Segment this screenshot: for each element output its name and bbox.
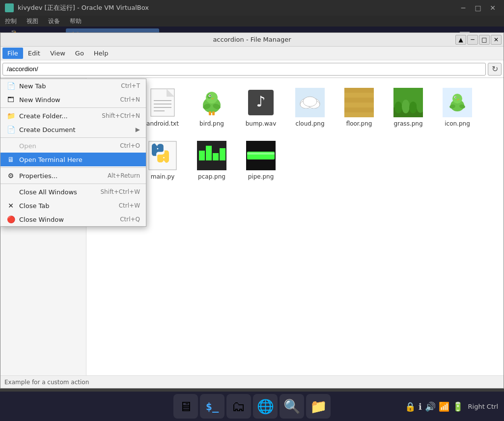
- fm-close-btn[interactable]: ✕: [491, 35, 502, 45]
- terminal-icon: $_: [206, 400, 219, 413]
- svg-point-12: [209, 95, 210, 96]
- dropdown-create-document[interactable]: 📄 Create Document ▶: [0, 123, 146, 136]
- file-item-grass-png[interactable]: grass.png: [386, 83, 430, 131]
- dropdown-new-tab-shortcut: Ctrl+T: [121, 82, 140, 89]
- menu-go[interactable]: Go: [70, 48, 89, 59]
- minimize-button[interactable]: ─: [457, 3, 470, 13]
- svg-rect-29: [344, 103, 374, 107]
- menu-view[interactable]: 视图: [27, 17, 38, 26]
- svg-point-54: [163, 157, 165, 158]
- tray-icon-1[interactable]: 🔒: [405, 401, 416, 412]
- file-icon-cloud-png: [294, 87, 326, 118]
- files-icon: 🗂: [232, 398, 246, 415]
- file-name-android-txt: android.txt: [146, 120, 179, 127]
- file-icon-bird-png: [196, 87, 227, 118]
- fm-min-btn[interactable]: ─: [467, 35, 478, 45]
- search-icon: 🔍: [283, 398, 301, 415]
- menu-edit[interactable]: Edit: [23, 48, 45, 59]
- tray-icon-3[interactable]: 🔊: [425, 401, 436, 412]
- file-name-grass-png: grass.png: [393, 120, 422, 127]
- dropdown-close-tab-left: ✕ Close Tab: [6, 201, 50, 210]
- svg-rect-31: [344, 112, 374, 117]
- dropdown-create-folder-label: Create Folder...: [19, 112, 68, 120]
- taskbar-files-btn[interactable]: 🗂: [226, 394, 251, 419]
- file-item-android-txt[interactable]: android.txt: [140, 83, 185, 131]
- refresh-button[interactable]: ↻: [488, 63, 502, 76]
- address-input[interactable]: [2, 63, 486, 76]
- dropdown-new-window[interactable]: 🗔 New Window Ctrl+N: [0, 93, 146, 106]
- file-item-main-py[interactable]: main.py: [140, 136, 185, 184]
- taskbar-terminal-btn[interactable]: $_: [200, 394, 224, 419]
- new-tab-icon: 📄: [6, 81, 15, 90]
- dropdown-close-all-shortcut: Shift+Ctrl+W: [100, 188, 140, 195]
- file-icon-bump-wav: ♪: [245, 87, 277, 118]
- menu-view[interactable]: View: [45, 48, 70, 59]
- dropdown-open-terminal[interactable]: 🖥 Open Terminal Here: [0, 153, 146, 166]
- dropdown-sep-1: [0, 107, 146, 108]
- dropdown-close-tab-shortcut: Ctrl+W: [119, 202, 140, 209]
- dropdown-create-document-label: Create Document: [19, 126, 76, 133]
- close-all-icon: [6, 187, 15, 196]
- dropdown-open-shortcut: Ctrl+O: [120, 142, 140, 149]
- menu-help[interactable]: Help: [89, 48, 113, 59]
- svg-rect-30: [344, 107, 374, 112]
- svg-point-9: [206, 92, 218, 104]
- titlebar-title: kivydev [正在运行] - Oracle VM VirtualBox: [18, 3, 457, 12]
- tray-text: Right Ctrl: [468, 403, 499, 410]
- dropdown-new-tab-label: New Tab: [19, 82, 46, 90]
- dropdown-create-folder-left: 📁 Create Folder...: [6, 111, 68, 120]
- tray-icon-4[interactable]: 📶: [439, 401, 449, 412]
- file-item-bird-png[interactable]: bird.png: [190, 83, 234, 131]
- dropdown-properties[interactable]: ⚙ Properties... Alt+Return: [0, 169, 146, 183]
- file-grid: bin android.txt: [86, 78, 504, 375]
- taskbar-monitor-btn[interactable]: 🖥: [173, 394, 198, 419]
- dropdown-new-tab[interactable]: 📄 New Tab Ctrl+T: [0, 79, 146, 93]
- dropdown-properties-label: Properties...: [19, 172, 57, 180]
- taskbar-bottom: 🖥 $_ 🗂 🌐 🔍 📁 🔒 ℹ 🔊 📶 🔋 Right Ctrl: [0, 392, 504, 421]
- dropdown-close-all[interactable]: Close All Windows Shift+Ctrl+W: [0, 185, 146, 199]
- file-name-floor-png: floor.png: [346, 120, 372, 127]
- file-item-pipe-png[interactable]: pipe.png: [239, 136, 283, 184]
- fm-up-btn[interactable]: ▲: [455, 35, 466, 45]
- tray-icon-2[interactable]: ℹ: [419, 401, 422, 412]
- svg-rect-26: [344, 88, 374, 93]
- menu-device[interactable]: 设备: [48, 17, 60, 26]
- chinese-menubar: 控制 视图 设备 帮助: [0, 16, 504, 26]
- open-icon: [6, 141, 15, 150]
- dropdown-open-label: Open: [19, 142, 36, 150]
- menu-file[interactable]: File: [2, 48, 23, 59]
- file-icon-android-txt: [147, 87, 178, 118]
- fm-max-btn[interactable]: □: [479, 35, 490, 45]
- svg-point-34: [394, 102, 402, 113]
- taskbar-network-btn[interactable]: 🌐: [253, 394, 278, 419]
- svg-point-24: [303, 97, 317, 106]
- menu-help[interactable]: 帮助: [70, 17, 82, 26]
- file-item-bump-wav[interactable]: ♪ bump.wav: [239, 83, 283, 131]
- file-item-floor-png[interactable]: floor.png: [337, 83, 381, 131]
- dropdown-close-all-label: Close All Windows: [19, 188, 77, 196]
- file-icon-main-py: [147, 140, 178, 171]
- taskbar-folder-btn[interactable]: 📁: [306, 394, 331, 419]
- dropdown-sep-4: [0, 184, 146, 184]
- dropdown-sep-2: [0, 137, 146, 138]
- statusbar-text: Example for a custom action: [4, 379, 89, 386]
- file-item-pcap-png[interactable]: pcap.png: [190, 136, 234, 184]
- close-button[interactable]: ✕: [486, 3, 499, 13]
- svg-point-35: [402, 100, 410, 113]
- svg-rect-62: [247, 153, 275, 155]
- file-name-pcap-png: pcap.png: [198, 173, 225, 180]
- taskbar-search-btn[interactable]: 🔍: [280, 394, 304, 419]
- file-item-icon-png[interactable]: icon.png: [435, 83, 479, 131]
- fm-menubar: File Edit View Go Help: [0, 47, 504, 60]
- dropdown-create-folder[interactable]: 📁 Create Folder... Shift+Ctrl+N: [0, 109, 146, 123]
- dropdown-close-tab[interactable]: ✕ Close Tab Ctrl+W: [0, 199, 146, 212]
- maximize-button[interactable]: □: [472, 3, 484, 13]
- file-icon-floor-png: [343, 87, 375, 118]
- file-icon-icon-png: [442, 87, 473, 118]
- menu-control[interactable]: 控制: [5, 17, 17, 26]
- tray-icon-5[interactable]: 🔋: [452, 401, 463, 412]
- file-item-cloud-png[interactable]: cloud.png: [288, 83, 332, 131]
- svg-rect-27: [344, 93, 374, 98]
- dropdown-close-window[interactable]: 🔴 Close Window Ctrl+Q: [0, 212, 146, 226]
- dropdown-create-document-left: 📄 Create Document: [6, 125, 76, 134]
